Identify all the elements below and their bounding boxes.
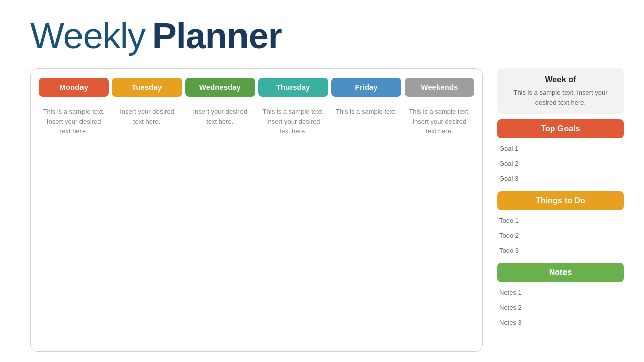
- main-layout: MondayTuesdayWednesdayThursdayFridayWeek…: [30, 68, 624, 352]
- day-content-tuesday: Insert your desired text here.: [112, 103, 182, 342]
- goal-item-3: Goal 3: [497, 171, 624, 186]
- notes-item-3: Notes 3: [497, 315, 624, 330]
- day-content-thursday: This is a sample text. Insert your desir…: [258, 103, 328, 342]
- day-button-tuesday[interactable]: Tuesday: [112, 78, 182, 97]
- title-bold: Planner: [152, 15, 282, 56]
- notes-box: Notes Notes 1Notes 2Notes 3: [497, 263, 624, 330]
- days-header: MondayTuesdayWednesdayThursdayFridayWeek…: [39, 78, 474, 97]
- days-content: This is a sample text. Insert your desir…: [39, 103, 474, 342]
- top-goals-box: Top Goals Goal 1Goal 2Goal 3: [497, 119, 624, 186]
- day-button-monday[interactable]: Monday: [39, 78, 109, 97]
- right-sidebar: Week of This is a sample text. Insert yo…: [497, 68, 624, 352]
- day-content-monday: This is a sample text. Insert your desir…: [39, 103, 109, 342]
- week-of-title: Week of: [505, 75, 616, 84]
- top-goals-header: Top Goals: [497, 119, 624, 138]
- things-todo-items: Todo 1Todo 2Todo 3: [497, 213, 624, 258]
- notes-header: Notes: [497, 263, 624, 282]
- planner-section: MondayTuesdayWednesdayThursdayFridayWeek…: [30, 68, 483, 352]
- page-title: Weekly Planner: [30, 15, 624, 56]
- things-todo-box: Things to Do Todo 1Todo 2Todo 3: [497, 191, 624, 258]
- day-button-thursday[interactable]: Thursday: [258, 78, 328, 97]
- week-of-text: This is a sample text. Insert your desir…: [505, 87, 616, 107]
- title-light: Weekly: [30, 15, 145, 56]
- notes-item-1: Notes 1: [497, 285, 624, 300]
- todo-item-2: Todo 2: [497, 228, 624, 243]
- week-of-box: Week of This is a sample text. Insert yo…: [497, 68, 624, 114]
- goal-item-1: Goal 1: [497, 141, 624, 156]
- goal-item-2: Goal 2: [497, 156, 624, 171]
- day-button-friday[interactable]: Friday: [331, 78, 401, 97]
- day-button-wednesday[interactable]: Wednesday: [185, 78, 255, 97]
- day-button-weekends[interactable]: Weekends: [405, 78, 474, 97]
- notes-items: Notes 1Notes 2Notes 3: [497, 285, 624, 330]
- things-todo-header: Things to Do: [497, 191, 624, 210]
- day-content-friday: This is a sample text.: [331, 103, 401, 342]
- top-goals-items: Goal 1Goal 2Goal 3: [497, 141, 624, 186]
- day-content-weekends: This is a sample text. Insert your desir…: [405, 103, 474, 342]
- todo-item-3: Todo 3: [497, 243, 624, 258]
- todo-item-1: Todo 1: [497, 213, 624, 228]
- notes-item-2: Notes 2: [497, 300, 624, 315]
- day-content-wednesday: Insert your desired text here.: [185, 103, 255, 342]
